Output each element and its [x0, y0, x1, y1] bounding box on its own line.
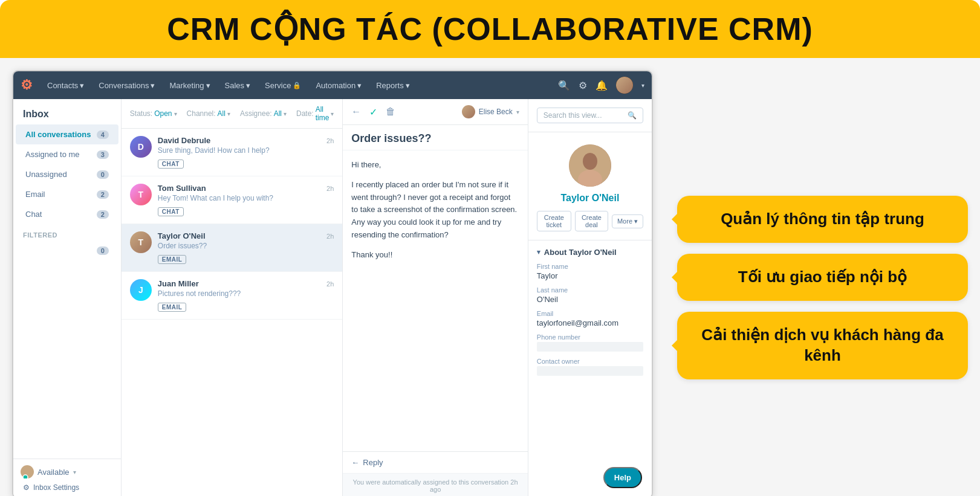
assignee-filter[interactable]: Assignee: All ▾: [240, 109, 287, 118]
avatar-tom: T: [130, 184, 152, 205]
crm-ui: ⚙ Contacts ▾ Conversations ▾ Marketing ▾…: [12, 70, 653, 496]
reply-button[interactable]: ← Reply: [351, 458, 383, 467]
about-section: ▾ About Taylor O'Neil First name Taylor …: [528, 240, 652, 389]
nav-icons: 🔍 ⚙ 🔔 ▾: [558, 77, 644, 94]
conv-content-juan: Juan Miller 2h Pictures not rendering???…: [158, 279, 334, 312]
conv-content-tom: Tom Sullivan 2h Hey Tom! What can I help…: [158, 184, 334, 216]
message-thanks: Thank you!!: [351, 249, 519, 262]
sidebar-item-filtered[interactable]: 0: [16, 241, 118, 260]
hubspot-logo: ⚙: [21, 77, 33, 93]
message-panel: ← ✓ 🗑 Elise Beck ▾ Order issues?? Hi the…: [343, 99, 528, 496]
inbox-settings[interactable]: ⚙ Inbox Settings: [21, 478, 114, 492]
lock-icon: 🔒: [293, 82, 301, 89]
available-status[interactable]: Available ▾: [21, 465, 114, 478]
sidebar-bottom: Available ▾ ⚙ Inbox Settings: [13, 459, 121, 496]
svg-point-3: [583, 153, 597, 170]
status-filter[interactable]: Status: Open ▾: [130, 109, 177, 118]
conversation-area: Status: Open ▾ Channel: All ▾ Assignee: …: [122, 99, 343, 496]
conv-item-david[interactable]: D David Debrule 2h Sure thing, David! Ho…: [122, 129, 343, 176]
conv-item-taylor[interactable]: T Taylor O'Neil 2h Order issues?? EMAIL: [122, 224, 343, 272]
nav-contacts[interactable]: Contacts ▾: [41, 77, 90, 94]
notification-icon[interactable]: 🔔: [595, 80, 608, 91]
sidebar-item-assigned-to-me[interactable]: Assigned to me 3: [16, 144, 118, 164]
sidebar-item-all-conversations[interactable]: All conversations 4: [16, 124, 118, 144]
email-field: Email taylorfoneil@gmail.com: [537, 310, 643, 327]
svg-point-1: [23, 475, 28, 478]
nav-service[interactable]: Service 🔒: [259, 77, 307, 94]
message-assignee: Elise Beck ▾: [462, 105, 519, 118]
search-icon[interactable]: 🔍: [558, 80, 570, 91]
nav-sales[interactable]: Sales ▾: [219, 77, 257, 94]
info-bubble-3: Cải thiện dịch vụ khách hàng đa kênh: [677, 312, 968, 379]
profile-name: Taylor O'Neil: [560, 193, 619, 204]
message-body: Hi there, I recently placed an order but…: [343, 150, 527, 451]
create-ticket-button[interactable]: Create ticket: [537, 211, 571, 231]
chevron-down-icon: ▾: [634, 217, 638, 225]
nav-automation[interactable]: Automation ▾: [310, 77, 368, 94]
top-banner: CRM CỘNG TÁC (COLLABORATIVE CRM): [0, 0, 980, 58]
user-avatar[interactable]: [616, 77, 633, 94]
nav-bar: ⚙ Contacts ▾ Conversations ▾ Marketing ▾…: [13, 71, 652, 99]
chevron-icon: ▾: [537, 248, 540, 256]
right-info-panel: Quản lý thông tin tập trung Tối ưu giao …: [665, 70, 968, 496]
sidebar: Inbox All conversations 4 Assigned to me…: [13, 99, 122, 496]
contact-profile: Taylor O'Neil Create ticket Create deal …: [528, 132, 652, 240]
about-title: ▾ About Taylor O'Neil: [537, 248, 643, 257]
profile-photo: [569, 144, 611, 187]
delete-icon[interactable]: 🗑: [386, 106, 395, 117]
create-deal-button[interactable]: Create deal: [575, 211, 608, 231]
nav-reports[interactable]: Reports ▾: [370, 77, 416, 94]
avatar-david: D: [130, 136, 152, 158]
search-icon: 🔍: [628, 111, 637, 120]
conv-content-david: David Debrule 2h Sure thing, David! How …: [158, 136, 334, 169]
channel-filter[interactable]: Channel: All ▾: [187, 109, 230, 118]
conv-filters: Status: Open ▾ Channel: All ▾ Assignee: …: [122, 99, 343, 129]
info-bubble-2: Tối ưu giao tiếp nội bộ: [677, 254, 968, 301]
message-header: ← ✓ 🗑 Elise Beck ▾: [343, 99, 527, 125]
contact-panel: Search this view... 🔍 Taylor O'Neil: [528, 99, 652, 496]
assignee-avatar: [462, 105, 475, 118]
more-button[interactable]: More ▾: [612, 214, 643, 228]
last-name-field: Last name O'Neil: [537, 286, 643, 304]
sidebar-item-email[interactable]: Email 2: [16, 184, 118, 204]
avatar-arrow: ▾: [641, 82, 644, 89]
conv-item-juan[interactable]: J Juan Miller 2h Pictures not rendering?…: [122, 272, 343, 320]
sidebar-item-unassigned[interactable]: Unassigned 0: [16, 164, 118, 184]
conv-item-tom[interactable]: T Tom Sullivan 2h Hey Tom! What can I he…: [122, 176, 343, 224]
reply-icon: ←: [351, 458, 359, 467]
info-bubble-1: Quản lý thông tin tập trung: [677, 196, 968, 243]
sidebar-item-chat[interactable]: Chat 2: [16, 204, 118, 224]
message-footer: ← Reply: [343, 451, 527, 473]
date-filter[interactable]: Date: All time ▾: [296, 105, 334, 122]
message-greeting: Hi there,: [351, 159, 519, 172]
avatar-juan: J: [130, 279, 152, 301]
sidebar-filtered-label: Filtered: [13, 224, 121, 241]
avatar-taylor: T: [130, 231, 152, 253]
conversation-list: D David Debrule 2h Sure thing, David! Ho…: [122, 129, 343, 496]
gear-icon: ⚙: [23, 483, 30, 492]
settings-icon[interactable]: ⚙: [579, 80, 587, 91]
sidebar-title: Inbox: [13, 99, 121, 124]
nav-marketing[interactable]: Marketing ▾: [163, 77, 216, 94]
user-avatar-small: [21, 465, 34, 478]
check-icon[interactable]: ✓: [369, 106, 377, 118]
profile-avatar: [569, 144, 611, 187]
search-this-view[interactable]: Search this view... 🔍: [537, 108, 643, 123]
phone-field: Phone number: [537, 333, 643, 352]
main-layout: ⚙ Contacts ▾ Conversations ▾ Marketing ▾…: [0, 58, 980, 496]
status-item: Available ▾: [21, 465, 76, 478]
back-icon[interactable]: ←: [351, 106, 361, 117]
message-subject: Order issues??: [343, 125, 527, 150]
auto-assign-notice: You were automatically assigned to this …: [343, 473, 527, 496]
message-actions: ← ✓ 🗑: [351, 106, 395, 118]
banner-title: CRM CỘNG TÁC (COLLABORATIVE CRM): [12, 11, 968, 47]
contact-owner-field: Contact owner: [537, 358, 643, 376]
first-name-field: First name Taylor: [537, 263, 643, 280]
message-text: I recently placed an order but I'm not s…: [351, 179, 519, 242]
contact-search-header: Search this view... 🔍: [528, 99, 652, 132]
conv-content-taylor: Taylor O'Neil 2h Order issues?? EMAIL: [158, 231, 334, 264]
profile-actions: Create ticket Create deal More ▾: [537, 211, 643, 231]
help-button[interactable]: Help: [603, 467, 642, 488]
crm-body: Inbox All conversations 4 Assigned to me…: [13, 99, 652, 496]
nav-conversations[interactable]: Conversations ▾: [92, 77, 161, 94]
